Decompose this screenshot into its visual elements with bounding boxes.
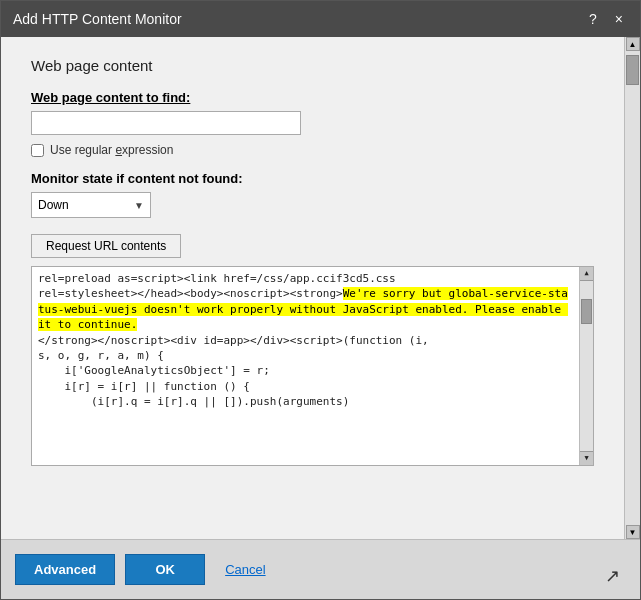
scroll-up-arrow[interactable]: ▲ <box>626 37 640 51</box>
close-button[interactable]: × <box>610 9 628 29</box>
scroll-down-arrow[interactable]: ▼ <box>626 525 640 539</box>
select-arrow-icon: ▼ <box>134 200 144 211</box>
ok-button[interactable]: OK <box>125 554 205 585</box>
dialog-scrollbar: ▲ ▼ <box>624 37 640 539</box>
scrollbar-thumb[interactable] <box>626 55 639 85</box>
regex-checkbox-row: Use regular expression <box>31 143 594 157</box>
code-line-5: i['GoogleAnalyticsObject'] = r; <box>38 363 573 378</box>
scrollbar-track <box>625 51 640 525</box>
code-line-3: </strong></noscript><div id=app></div><s… <box>38 333 573 348</box>
content-scroll-up[interactable]: ▲ <box>580 267 593 281</box>
dialog-titlebar: Add HTTP Content Monitor ? × <box>1 1 640 37</box>
code-line-4: s, o, g, r, a, m) { <box>38 348 573 363</box>
highlighted-text: We're sorry but global-service-status-we… <box>38 287 568 331</box>
code-line-7: (i[r].q = i[r].q || []).push(arguments) <box>38 394 573 409</box>
content-scroll-thumb[interactable] <box>581 299 592 324</box>
content-label-text: Web page content to find: <box>31 90 190 105</box>
content-display-area: rel=preload as=script><link href=/css/ap… <box>31 266 594 466</box>
advanced-button[interactable]: Advanced <box>15 554 115 585</box>
cancel-button[interactable]: Cancel <box>215 555 275 584</box>
titlebar-controls: ? × <box>584 9 628 29</box>
content-scrollbar: ▲ ▼ <box>579 267 593 465</box>
help-button[interactable]: ? <box>584 9 602 29</box>
regex-checkbox[interactable] <box>31 144 44 157</box>
code-line-2: rel=stylesheet></head><body><noscript><s… <box>38 286 573 332</box>
content-field-label: Web page content to find: <box>31 90 594 105</box>
section-title: Web page content <box>31 57 594 74</box>
content-input[interactable] <box>31 111 301 135</box>
code-line-1: rel=preload as=script><link href=/css/ap… <box>38 271 573 286</box>
monitor-state-label: Monitor state if content not found: <box>31 171 594 186</box>
dialog-title: Add HTTP Content Monitor <box>13 11 182 27</box>
request-url-button[interactable]: Request URL contents <box>31 234 181 258</box>
cursor-arrow-icon: ↗ <box>605 565 620 587</box>
monitor-state-select[interactable]: Down ▼ <box>31 192 151 218</box>
add-http-content-monitor-dialog: Add HTTP Content Monitor ? × ▲ ▼ Web pag… <box>0 0 641 600</box>
regex-label: Use regular expression <box>50 143 173 157</box>
content-scroll-down[interactable]: ▼ <box>580 451 593 465</box>
code-line-6: i[r] = i[r] || function () { <box>38 379 573 394</box>
dialog-footer: Advanced OK Cancel ↗ <box>1 539 640 599</box>
content-inner: rel=preload as=script><link href=/css/ap… <box>38 271 587 461</box>
dialog-content: Web page content Web page content to fin… <box>1 37 624 539</box>
monitor-state-select-row: Down ▼ <box>31 192 594 218</box>
select-value: Down <box>38 198 134 212</box>
